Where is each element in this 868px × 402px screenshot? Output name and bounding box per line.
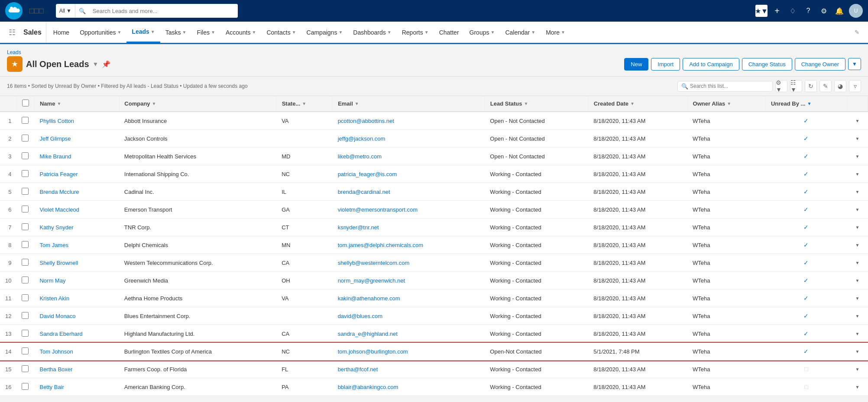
row-action-dropdown[interactable]: ▼ [852, 204, 863, 215]
nav-item-more[interactable]: More ▼ [541, 22, 570, 43]
row-select-checkbox[interactable] [22, 347, 29, 354]
header-company[interactable]: Company▼ [119, 96, 276, 112]
row-checkbox-cell[interactable] [16, 325, 34, 343]
charts-icon[interactable]: ◕ [834, 80, 846, 92]
row-action-dropdown[interactable]: ▼ [852, 169, 863, 179]
row-action-cell[interactable]: ▼ [847, 343, 868, 360]
row-action-dropdown[interactable]: ▼ [852, 222, 863, 232]
row-email[interactable]: pcotton@abbottins.net [333, 112, 485, 130]
nav-item-leads[interactable]: Leads ▼ [126, 22, 160, 43]
filter-icon[interactable]: ▿ [849, 80, 861, 92]
row-email[interactable]: sandra_e@highland.net [333, 325, 485, 343]
row-select-checkbox[interactable] [22, 365, 29, 372]
row-action-cell[interactable]: ▼ [847, 148, 868, 165]
row-name[interactable]: Tom Johnson [34, 343, 119, 360]
row-action-cell[interactable]: ▼ [847, 183, 868, 201]
header-unread-by[interactable]: Unread By ...▼ [765, 96, 847, 112]
nav-grid-icon[interactable]: ☷ [5, 22, 19, 43]
search-scope-dropdown[interactable]: All ▼ [56, 4, 75, 18]
row-action-cell[interactable]: ▼ [847, 254, 868, 272]
row-name[interactable]: Sandra Eberhard [34, 325, 119, 343]
row-action-cell[interactable]: ▼ [847, 112, 868, 130]
row-select-checkbox[interactable] [22, 170, 29, 177]
breadcrumb[interactable]: Leads [7, 49, 861, 55]
row-checkbox-cell[interactable] [16, 307, 34, 325]
row-checkbox-cell[interactable] [16, 183, 34, 201]
row-checkbox-cell[interactable] [16, 289, 34, 307]
row-name[interactable]: Kristen Akin [34, 289, 119, 307]
nav-item-dashboards[interactable]: Dashboards ▼ [348, 22, 396, 43]
row-action-dropdown[interactable]: ▼ [852, 275, 863, 286]
row-email[interactable]: bertha@fcof.net [333, 360, 485, 378]
row-action-cell[interactable]: ▼ [847, 360, 868, 378]
row-select-checkbox[interactable] [22, 330, 29, 337]
row-select-checkbox[interactable] [22, 294, 29, 301]
row-select-checkbox[interactable] [22, 135, 29, 142]
refresh-icon[interactable]: ↻ [805, 80, 817, 92]
edit-icon[interactable]: ✎ [819, 80, 832, 92]
add-icon[interactable]: + [771, 5, 783, 17]
row-email[interactable]: violetm@emersontransport.com [333, 201, 485, 219]
nav-item-reports[interactable]: Reports ▼ [397, 22, 434, 43]
row-action-cell[interactable]: ▼ [847, 201, 868, 219]
row-select-checkbox[interactable] [22, 241, 29, 248]
user-avatar[interactable]: U [849, 4, 863, 18]
row-name[interactable]: David Monaco [34, 307, 119, 325]
row-select-checkbox[interactable] [22, 223, 29, 230]
row-name[interactable]: Bertha Boxer [34, 360, 119, 378]
settings-tool-icon[interactable]: ⚙ ▼ [775, 80, 787, 92]
row-name[interactable]: Tom James [34, 236, 119, 254]
row-action-cell[interactable]: ▼ [847, 272, 868, 289]
row-name[interactable]: Brenda Mcclure [34, 183, 119, 201]
header-lead-status[interactable]: Lead Status▼ [485, 96, 588, 112]
select-all-checkbox[interactable] [22, 100, 29, 106]
row-checkbox-cell[interactable] [16, 112, 34, 130]
row-action-dropdown[interactable]: ▼ [852, 346, 863, 357]
nav-item-home[interactable]: Home [48, 22, 74, 43]
header-select-all[interactable] [16, 96, 34, 112]
row-action-dropdown[interactable]: ▼ [852, 133, 863, 144]
row-checkbox-cell[interactable] [16, 360, 34, 378]
row-action-dropdown[interactable]: ▼ [852, 151, 863, 161]
row-checkbox-cell[interactable] [16, 201, 34, 219]
row-action-cell[interactable]: ▼ [847, 236, 868, 254]
row-checkbox-cell[interactable] [16, 219, 34, 236]
row-email[interactable]: brenda@cardinal.net [333, 183, 485, 201]
actions-more-button[interactable]: ▼ [848, 58, 861, 70]
row-name[interactable]: Betty Bair [34, 378, 119, 396]
view-title-dropdown[interactable]: ▼ [93, 61, 99, 68]
row-email[interactable]: likeb@metro.com [333, 148, 485, 165]
row-action-dropdown[interactable]: ▼ [852, 293, 863, 303]
row-action-dropdown[interactable]: ▼ [852, 311, 863, 321]
row-select-checkbox[interactable] [22, 312, 29, 319]
nav-item-groups[interactable]: Groups ▼ [464, 22, 500, 43]
nav-item-files[interactable]: Files ▼ [191, 22, 220, 43]
row-action-cell[interactable]: ▼ [847, 289, 868, 307]
header-email[interactable]: Email▼ [333, 96, 485, 112]
row-email[interactable]: tom.johson@burlington.com [333, 343, 485, 360]
row-action-dropdown[interactable]: ▼ [852, 364, 863, 374]
salesforce-logo[interactable] [5, 2, 23, 19]
row-action-dropdown[interactable]: ▼ [852, 116, 863, 126]
nav-item-contacts[interactable]: Contacts ▼ [261, 22, 301, 43]
new-button[interactable]: New [624, 58, 648, 71]
row-email[interactable]: kakin@athenahome.com [333, 289, 485, 307]
row-name[interactable]: Phyllis Cotton [34, 112, 119, 130]
nav-item-tasks[interactable]: Tasks ▼ [160, 22, 192, 43]
row-action-dropdown[interactable]: ▼ [852, 382, 863, 392]
row-action-cell[interactable]: ▼ [847, 165, 868, 183]
favorites-icon[interactable]: ★▼ [755, 5, 768, 17]
settings-icon[interactable]: ⚙ [818, 5, 830, 17]
change-status-button[interactable]: Change Status [742, 58, 792, 71]
row-email[interactable]: norm_may@greenwich.net [333, 272, 485, 289]
header-name[interactable]: Name▼ [34, 96, 119, 112]
nav-item-opportunities[interactable]: Opportunities ▼ [74, 22, 126, 43]
global-search-input[interactable] [89, 4, 238, 18]
row-name[interactable]: Jeff Glimpse [34, 130, 119, 148]
nav-item-campaigns[interactable]: Campaigns ▼ [301, 22, 348, 43]
row-name[interactable]: Norm May [34, 272, 119, 289]
row-checkbox-cell[interactable] [16, 236, 34, 254]
row-checkbox-cell[interactable] [16, 254, 34, 272]
nav-item-calendar[interactable]: Calendar ▼ [500, 22, 541, 43]
row-select-checkbox[interactable] [22, 206, 29, 212]
